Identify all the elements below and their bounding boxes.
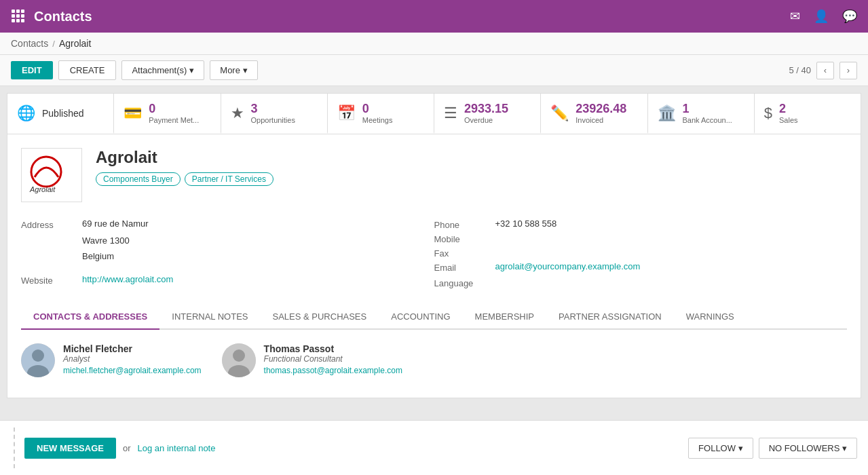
svg-rect-8 bbox=[21, 19, 24, 22]
contact-role-thomas: Functional Consultant bbox=[264, 354, 402, 364]
tag-components-buyer[interactable]: Components Buyer bbox=[96, 172, 181, 186]
fields-section: Address 69 rue de Namur Wavre 1300 Belgi… bbox=[21, 218, 847, 291]
stat-bank-label: Bank Accoun... bbox=[683, 116, 732, 124]
stat-published-label: Published bbox=[42, 108, 84, 119]
website-value[interactable]: http://www.agrolait.com bbox=[82, 274, 173, 284]
more-label: More bbox=[220, 65, 240, 75]
followers-button[interactable]: NO FOLLOWERS ▾ bbox=[759, 438, 857, 453]
svg-point-9 bbox=[31, 157, 61, 187]
language-label: Language bbox=[434, 277, 495, 288]
mobile-field: Mobile bbox=[434, 233, 848, 244]
stat-invoiced-number: 23926.48 bbox=[575, 102, 626, 116]
svg-point-15 bbox=[233, 349, 245, 362]
stat-overdue-text: 2933.15 Overdue bbox=[464, 102, 508, 124]
contact-email-thomas[interactable]: thomas.passot@agrolait.example.com bbox=[264, 366, 402, 375]
tab-accounting[interactable]: ACCOUNTING bbox=[379, 305, 462, 330]
tab-sales-purchases[interactable]: SALES & PURCHASES bbox=[261, 305, 379, 330]
stat-overdue[interactable]: ☰ 2933.15 Overdue bbox=[434, 94, 541, 134]
contact-role-michel: Analyst bbox=[63, 354, 202, 364]
stat-opportunities[interactable]: ★ 3 Opportunities bbox=[221, 94, 328, 134]
address-field: Address 69 rue de Namur bbox=[21, 218, 434, 230]
stat-sales-text: 2 Sales bbox=[779, 102, 798, 124]
fax-field: Fax bbox=[434, 247, 848, 259]
contact-avatar-michel bbox=[21, 343, 55, 377]
svg-rect-1 bbox=[16, 10, 20, 13]
company-tags: Components Buyer Partner / IT Services bbox=[96, 172, 273, 186]
svg-rect-4 bbox=[16, 14, 20, 18]
stat-bank[interactable]: 🏛️ 1 Bank Accoun... bbox=[648, 94, 755, 134]
stat-bank-number: 1 bbox=[683, 102, 732, 116]
tab-contacts-addresses[interactable]: CONTACTS & ADDRESSES bbox=[21, 305, 159, 330]
user-icon[interactable]: 👤 bbox=[814, 9, 829, 24]
pagination: 5 / 40 ‹ › bbox=[789, 62, 857, 79]
company-name: Agrolait bbox=[96, 148, 273, 167]
nav-icons: ✉ 👤 💬 bbox=[790, 9, 857, 24]
or-text: or bbox=[123, 443, 131, 453]
svg-rect-3 bbox=[12, 14, 15, 18]
main-content: 🌐 Published 💳 0 Payment Met... ★ 3 Oppor… bbox=[0, 86, 868, 453]
stat-opportunities-text: 3 Opportunities bbox=[251, 102, 295, 124]
stat-payment-number: 0 bbox=[149, 102, 199, 116]
follow-button[interactable]: FOLLOW ▾ bbox=[688, 438, 753, 453]
breadcrumb-parent[interactable]: Contacts bbox=[11, 38, 48, 49]
create-button[interactable]: CREATE bbox=[58, 60, 117, 80]
address-label: Address bbox=[21, 218, 82, 230]
contacts-list: Michel Fletcher Analyst michel.fletcher@… bbox=[21, 330, 847, 384]
address-block: Wavre 1300 Belgium bbox=[82, 233, 434, 265]
app-title: Contacts bbox=[34, 9, 790, 24]
prev-button[interactable]: ‹ bbox=[816, 62, 834, 79]
tabs-row: CONTACTS & ADDRESSES INTERNAL NOTES SALE… bbox=[21, 305, 847, 330]
svg-point-12 bbox=[32, 349, 44, 362]
contact-thomas: Thomas Passot Functional Consultant thom… bbox=[222, 343, 402, 377]
tab-partner-assignation[interactable]: PARTNER ASSIGNATION bbox=[546, 305, 674, 330]
contact-email-michel[interactable]: michel.fletcher@agrolait.example.com bbox=[63, 366, 202, 375]
stat-meetings-number: 0 bbox=[362, 102, 393, 116]
website-field: Website http://www.agrolait.com bbox=[21, 274, 434, 286]
stat-payment-text: 0 Payment Met... bbox=[149, 102, 199, 124]
log-note-link[interactable]: Log an internal note bbox=[138, 443, 216, 453]
chevron-down-icon-more: ▾ bbox=[243, 65, 248, 75]
stat-invoiced-label: Invoiced bbox=[575, 116, 626, 124]
attachment-button[interactable]: Attachment(s) ▾ bbox=[121, 60, 204, 80]
phone-label: Phone bbox=[434, 218, 495, 230]
svg-rect-0 bbox=[12, 10, 15, 13]
calendar-icon: 📅 bbox=[337, 104, 356, 122]
new-message-button[interactable]: NEW MESSAGE bbox=[24, 438, 116, 453]
bank-icon: 🏛️ bbox=[658, 104, 676, 122]
language-field: Language bbox=[434, 277, 848, 288]
next-button[interactable]: › bbox=[839, 62, 857, 79]
email-value[interactable]: agrolait@yourcompany.example.com bbox=[495, 261, 641, 271]
tab-warnings[interactable]: WARNINGS bbox=[674, 305, 747, 330]
tab-internal-notes[interactable]: INTERNAL NOTES bbox=[159, 305, 260, 330]
tab-membership[interactable]: MEMBERSHIP bbox=[463, 305, 546, 330]
fax-label: Fax bbox=[434, 247, 495, 259]
credit-card-icon: 💳 bbox=[124, 104, 142, 122]
stat-meetings-label: Meetings bbox=[362, 116, 393, 124]
grid-icon[interactable] bbox=[11, 9, 24, 24]
stat-payment[interactable]: 💳 0 Payment Met... bbox=[114, 94, 221, 134]
list-icon: ☰ bbox=[444, 104, 457, 122]
comment-icon[interactable]: 💬 bbox=[842, 9, 857, 24]
stat-sales[interactable]: $ 2 Sales bbox=[755, 94, 861, 134]
stat-meetings-text: 0 Meetings bbox=[362, 102, 393, 124]
contact-details-thomas: Thomas Passot Functional Consultant thom… bbox=[264, 343, 402, 375]
follow-chevron: ▾ bbox=[738, 443, 743, 453]
breadcrumb: Contacts / Agrolait bbox=[0, 33, 868, 55]
breadcrumb-separator: / bbox=[52, 39, 55, 49]
envelope-icon[interactable]: ✉ bbox=[790, 9, 800, 24]
stat-overdue-number: 2933.15 bbox=[464, 102, 508, 116]
svg-rect-5 bbox=[21, 14, 24, 18]
stat-published[interactable]: 🌐 Published bbox=[7, 94, 114, 134]
stat-sales-number: 2 bbox=[779, 102, 798, 116]
dollar-icon: $ bbox=[764, 104, 772, 122]
email-label: Email bbox=[434, 261, 495, 273]
edit-button[interactable]: EDIT bbox=[11, 61, 53, 79]
more-button[interactable]: More ▾ bbox=[210, 60, 258, 80]
stat-meetings[interactable]: 📅 0 Meetings bbox=[328, 94, 434, 134]
star-icon: ★ bbox=[231, 104, 244, 122]
address-value: 69 rue de Namur bbox=[82, 218, 149, 229]
stat-invoiced[interactable]: ✏️ 23926.48 Invoiced bbox=[541, 94, 647, 134]
company-header: Agrolait Agrolait Components Buyer Partn… bbox=[21, 148, 847, 202]
tag-partner-it[interactable]: Partner / IT Services bbox=[185, 172, 273, 186]
phone-field: Phone +32 10 588 558 bbox=[434, 218, 848, 230]
